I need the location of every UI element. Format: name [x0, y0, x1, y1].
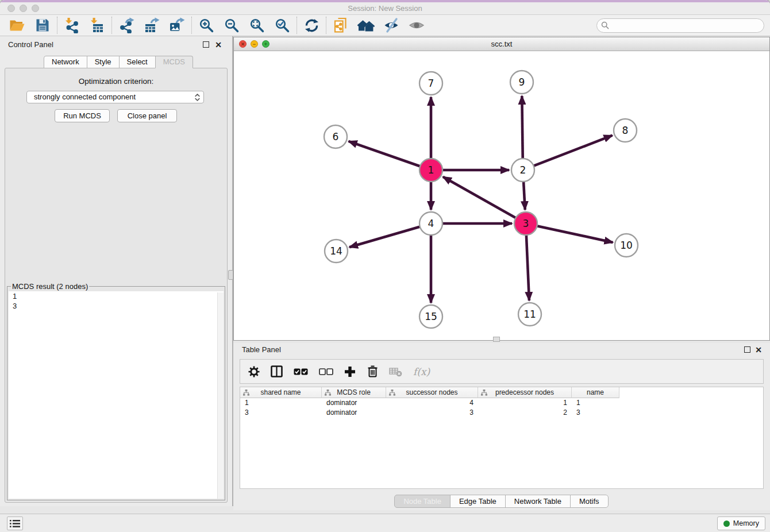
table-export-icon[interactable] [139, 16, 164, 34]
mcds-result-item: 1 [9, 291, 224, 301]
show-columns-icon[interactable] [271, 365, 283, 377]
cell-mcds-role[interactable]: dominator [322, 408, 386, 418]
node-15[interactable]: 15 [419, 305, 442, 328]
cell-name[interactable]: 3 [572, 408, 619, 418]
column-type-icon [243, 390, 249, 398]
deselect-all-checks-icon[interactable] [319, 368, 333, 375]
network-splitter-handle[interactable] [493, 337, 500, 342]
cell-mcds-role[interactable]: dominator [322, 398, 386, 408]
panel-divider-handle[interactable] [228, 270, 233, 280]
clone-network-icon[interactable] [328, 16, 353, 34]
tab-node-table[interactable]: Node Table [394, 495, 451, 508]
edge-3-10[interactable] [535, 225, 613, 242]
edge-4-14[interactable] [349, 226, 422, 247]
floppy-save-icon[interactable] [30, 16, 55, 34]
node-4[interactable]: 4 [419, 212, 442, 235]
table-row[interactable]: 1dominator411 [240, 398, 763, 408]
select-all-checks-icon[interactable] [294, 368, 308, 375]
node-10[interactable]: 10 [615, 234, 638, 257]
cell-shared-name[interactable]: 3 [240, 408, 322, 418]
titlebar: Session: New Session [0, 0, 770, 15]
column-header-mcds-role[interactable]: MCDS role [322, 387, 386, 398]
node-9[interactable]: 9 [510, 71, 533, 94]
node-7[interactable]: 7 [419, 72, 442, 95]
node-14[interactable]: 14 [325, 240, 348, 263]
cell-name[interactable]: 1 [572, 398, 619, 408]
table-row[interactable]: 3dominator323 [240, 408, 763, 418]
eye-slash-icon[interactable] [379, 16, 404, 34]
cell-predecessor-nodes[interactable]: 2 [478, 408, 572, 418]
run-mcds-button[interactable]: Run MCDS [55, 109, 110, 122]
result-scrollbar[interactable] [217, 292, 224, 499]
control-panel-title: Control Panel [8, 36, 53, 53]
close-panel-button[interactable]: Close panel [117, 109, 177, 122]
network-canvas[interactable]: 7968124314101511 [234, 51, 769, 340]
node-6[interactable]: 6 [324, 125, 347, 148]
node-11[interactable]: 11 [518, 303, 541, 326]
svg-text:11: 11 [523, 309, 536, 320]
mcds-result-title: MCDS result (2 nodes) [11, 282, 89, 291]
tab-select[interactable]: Select [119, 56, 156, 68]
edge-2-9[interactable] [522, 96, 522, 161]
edge-1-6[interactable] [349, 141, 422, 167]
tab-network[interactable]: Network [44, 56, 87, 68]
toolbar-separator [57, 17, 57, 34]
zoom-fit-icon[interactable] [244, 16, 270, 34]
folder-open-icon[interactable] [5, 16, 30, 34]
houses-icon[interactable] [353, 16, 379, 34]
cell-shared-name[interactable]: 1 [240, 398, 322, 408]
svg-text:8: 8 [622, 125, 629, 136]
edge-3-1[interactable] [443, 177, 518, 219]
network-import-icon[interactable] [59, 16, 84, 34]
mcds-result-box: MCDS result (2 nodes) 13 [7, 282, 225, 500]
zoom-selected-icon[interactable] [270, 16, 295, 34]
edge-3-11[interactable] [526, 233, 529, 300]
zoom-in-icon[interactable] [194, 16, 219, 34]
cell-successor-nodes[interactable]: 4 [386, 398, 478, 408]
column-header-shared-name[interactable]: shared name [240, 387, 322, 398]
task-history-button[interactable] [7, 516, 23, 530]
svg-text:9: 9 [519, 76, 525, 88]
svg-text:15: 15 [425, 311, 437, 322]
table-close-icon[interactable]: ✕ [755, 345, 762, 354]
node-3[interactable]: 3 [514, 212, 537, 235]
table-import-icon[interactable] [84, 16, 110, 34]
table-float-icon[interactable] [744, 346, 750, 353]
refresh-icon[interactable] [299, 16, 324, 34]
table-toolbar: f(x) [240, 359, 764, 384]
memory-label: Memory [733, 519, 759, 527]
window-title: Session: New Session [0, 2, 770, 15]
tab-mcds[interactable]: MCDS [155, 56, 193, 68]
eye-icon[interactable] [404, 16, 429, 34]
zoom-out-icon[interactable] [219, 16, 244, 34]
search-input[interactable] [596, 18, 764, 33]
tab-network-table[interactable]: Network Table [505, 495, 571, 508]
network-export-icon[interactable] [114, 16, 139, 34]
node-8[interactable]: 8 [614, 119, 637, 142]
edge-2-3[interactable] [523, 179, 525, 210]
tab-style[interactable]: Style [87, 56, 120, 68]
edge-2-8[interactable] [532, 136, 613, 167]
settings-gear-icon[interactable] [248, 366, 260, 377]
memory-status-dot-icon [723, 521, 730, 527]
node-1[interactable]: 1 [419, 159, 442, 182]
image-export-icon[interactable] [164, 16, 190, 34]
delete-trash-icon[interactable] [367, 365, 378, 377]
cell-successor-nodes[interactable]: 3 [386, 408, 478, 418]
node-table: shared nameMCDS rolesuccessor nodesprede… [240, 387, 764, 489]
close-panel-icon[interactable]: ✕ [215, 40, 222, 49]
svg-text:3: 3 [523, 218, 529, 229]
add-column-icon[interactable] [344, 366, 356, 377]
network-window-titlebar[interactable]: ✕ − + scc.txt [234, 37, 769, 51]
tab-motifs[interactable]: Motifs [570, 495, 609, 508]
tab-edge-table[interactable]: Edge Table [450, 495, 506, 508]
select-stepper-icon [194, 93, 201, 105]
cell-predecessor-nodes[interactable]: 1 [478, 398, 572, 408]
node-2[interactable]: 2 [511, 159, 534, 182]
optimization-criterion-select[interactable]: strongly connected component [26, 91, 204, 103]
memory-button[interactable]: Memory [717, 516, 765, 530]
column-header-successor-nodes[interactable]: successor nodes [386, 387, 478, 398]
column-header-predecessor-nodes[interactable]: predecessor nodes [478, 387, 572, 398]
column-header-name[interactable]: name [572, 387, 619, 398]
float-panel-icon[interactable] [203, 41, 209, 48]
